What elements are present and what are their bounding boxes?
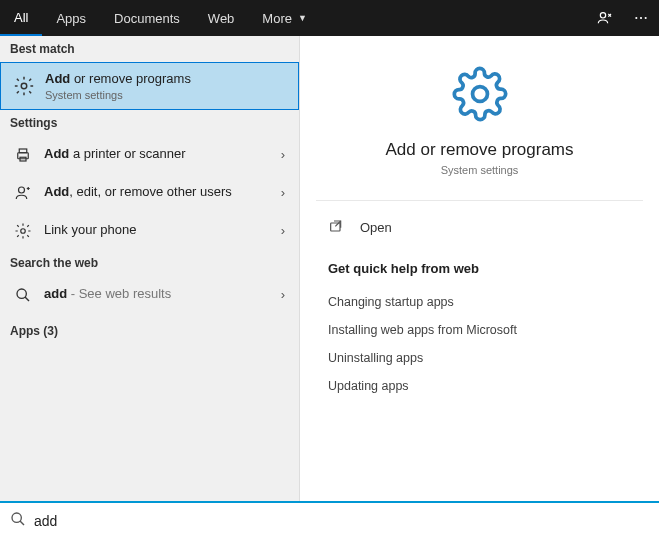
- svg-point-9: [21, 229, 26, 234]
- more-options-icon[interactable]: [623, 0, 659, 36]
- help-link-text: Updating apps: [328, 379, 409, 393]
- search-icon: [10, 511, 26, 531]
- svg-point-4: [21, 83, 27, 89]
- help-link[interactable]: Changing startup apps: [328, 288, 631, 316]
- main-content: Best match Add or remove programs System…: [0, 36, 659, 501]
- gear-icon: [12, 220, 34, 242]
- result-title-bold: Add: [44, 184, 69, 199]
- chevron-right-icon: ›: [275, 223, 291, 238]
- search-icon: [12, 284, 34, 306]
- svg-rect-6: [19, 149, 27, 153]
- tab-web[interactable]: Web: [194, 0, 249, 36]
- tab-label: Apps: [56, 11, 86, 26]
- section-settings: Settings: [0, 110, 299, 136]
- tab-label: Documents: [114, 11, 180, 26]
- header-actions: [587, 0, 659, 36]
- help-link-text: Installing web apps from Microsoft: [328, 323, 517, 337]
- tab-more[interactable]: More▼: [248, 0, 321, 36]
- help-title: Get quick help from web: [328, 261, 631, 276]
- result-text: add - See web results: [44, 286, 275, 303]
- result-add-printer[interactable]: Add a printer or scanner ›: [0, 136, 299, 174]
- tab-label: All: [14, 10, 28, 25]
- result-title-rest: or remove programs: [70, 71, 191, 86]
- search-header: All Apps Documents Web More▼: [0, 0, 659, 36]
- result-subtitle: System settings: [45, 89, 290, 101]
- chevron-right-icon: ›: [275, 287, 291, 302]
- result-title-bold: add: [44, 286, 67, 301]
- svg-point-0: [600, 13, 605, 18]
- person-icon: [12, 182, 34, 204]
- svg-point-12: [472, 87, 487, 102]
- svg-point-8: [19, 187, 25, 193]
- result-title-rest: - See web results: [67, 286, 171, 301]
- result-add-users[interactable]: Add, edit, or remove other users ›: [0, 174, 299, 212]
- search-input[interactable]: [34, 513, 649, 529]
- tab-apps[interactable]: Apps: [42, 0, 100, 36]
- svg-point-14: [12, 513, 21, 522]
- tab-label: More: [262, 11, 292, 26]
- printer-icon: [12, 144, 34, 166]
- help-link[interactable]: Uninstalling apps: [328, 344, 631, 372]
- tab-label: Web: [208, 11, 235, 26]
- open-icon: [328, 219, 352, 235]
- search-bar: [0, 501, 659, 539]
- action-label: Open: [360, 220, 392, 235]
- section-best-match: Best match: [0, 36, 299, 62]
- section-search-web: Search the web: [0, 250, 299, 276]
- chevron-right-icon: ›: [275, 185, 291, 200]
- svg-point-10: [17, 289, 26, 298]
- result-text: Add, edit, or remove other users: [44, 184, 275, 201]
- preview-header: Add or remove programs System settings: [316, 46, 643, 201]
- help-link[interactable]: Updating apps: [328, 372, 631, 400]
- preview-subtitle: System settings: [336, 164, 623, 176]
- chevron-right-icon: ›: [275, 147, 291, 162]
- help-link-text: Uninstalling apps: [328, 351, 423, 365]
- result-best-match[interactable]: Add or remove programs System settings: [0, 62, 299, 110]
- result-text: Add a printer or scanner: [44, 146, 275, 163]
- result-text: Add or remove programs System settings: [45, 71, 290, 101]
- result-link-phone[interactable]: Link your phone ›: [0, 212, 299, 250]
- help-section: Get quick help from web Changing startup…: [300, 247, 659, 400]
- results-panel: Best match Add or remove programs System…: [0, 36, 300, 501]
- chevron-down-icon: ▼: [298, 13, 307, 23]
- svg-rect-13: [331, 223, 340, 231]
- svg-line-11: [25, 297, 29, 301]
- svg-rect-5: [18, 153, 29, 159]
- result-title-bold: Add: [45, 71, 70, 86]
- svg-point-3: [645, 17, 647, 19]
- svg-line-15: [20, 521, 24, 525]
- help-link-text: Changing startup apps: [328, 295, 454, 309]
- section-apps[interactable]: Apps (3): [0, 314, 299, 344]
- help-link[interactable]: Installing web apps from Microsoft: [328, 316, 631, 344]
- tab-documents[interactable]: Documents: [100, 0, 194, 36]
- result-title-rest: Link your phone: [44, 222, 137, 237]
- result-title-bold: Add: [44, 146, 69, 161]
- gear-icon: [13, 75, 35, 97]
- result-title-rest: a printer or scanner: [69, 146, 185, 161]
- result-web-search[interactable]: add - See web results ›: [0, 276, 299, 314]
- svg-point-2: [640, 17, 642, 19]
- tab-all[interactable]: All: [0, 0, 42, 36]
- svg-point-1: [635, 17, 637, 19]
- result-text: Link your phone: [44, 222, 275, 239]
- preview-panel: Add or remove programs System settings O…: [300, 36, 659, 501]
- preview-title: Add or remove programs: [336, 140, 623, 160]
- action-open[interactable]: Open: [300, 207, 659, 247]
- gear-icon: [336, 66, 623, 126]
- feedback-icon[interactable]: [587, 0, 623, 36]
- result-title-rest: , edit, or remove other users: [69, 184, 232, 199]
